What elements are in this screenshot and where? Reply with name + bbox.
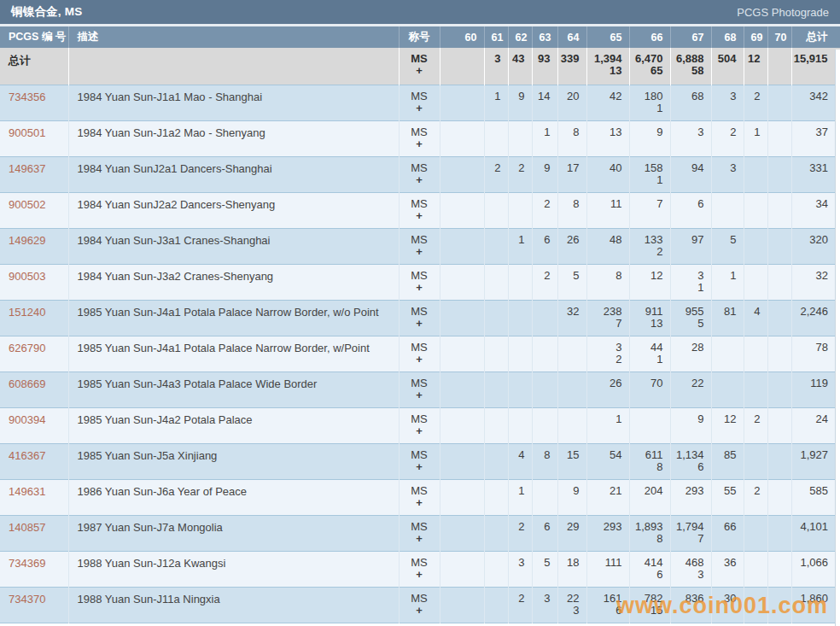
- value-line-1: 2: [744, 85, 767, 102]
- value-line-2: [744, 246, 767, 260]
- value-line-2: [630, 425, 670, 440]
- value-line-1: 66: [712, 516, 744, 533]
- pcgs-number-link[interactable]: 149631: [9, 485, 45, 498]
- col-header-grade-66[interactable]: 66: [629, 26, 670, 48]
- col-header-grade-64[interactable]: 64: [557, 26, 586, 48]
- pcgs-number-link[interactable]: 734356: [9, 91, 45, 103]
- grade-cell-70: [767, 372, 791, 407]
- value-line-1: 9: [671, 408, 711, 425]
- value-line-1: 3: [671, 121, 711, 138]
- value-line-1: [768, 444, 791, 461]
- col-header-grade-70[interactable]: 70: [767, 26, 791, 48]
- pcgs-number-link[interactable]: 608669: [9, 377, 45, 390]
- pcgs-number-link[interactable]: 900394: [9, 413, 45, 426]
- value-line-1: [768, 372, 791, 389]
- col-header-designation[interactable]: 称号: [399, 26, 440, 48]
- grade-cell-64: 17: [557, 156, 586, 192]
- value-line-1: [744, 157, 767, 174]
- value-line-1: 12: [630, 265, 670, 282]
- value-line-2: [792, 497, 840, 512]
- value-line-1: [768, 193, 791, 210]
- value-line-2: [440, 318, 484, 332]
- grade-cell-62: 2: [508, 156, 532, 192]
- grade-cell-67: 97: [670, 228, 711, 264]
- grade-cell-66: 91113: [629, 300, 670, 336]
- value-line-2: 13: [587, 65, 629, 79]
- value-line-1: 18: [558, 552, 586, 569]
- grade-cell-61: [484, 372, 508, 407]
- value-line-2: [792, 246, 840, 260]
- value-line-2: [485, 497, 508, 512]
- grade-cell-65: 11: [586, 192, 629, 228]
- table-row: 7343691988 Yuan Sun-J12a KwangsiMS+35181…: [0, 551, 840, 587]
- col-header-grade-63[interactable]: 63: [532, 26, 557, 48]
- col-header-grade-69[interactable]: 69: [744, 26, 767, 48]
- pcgs-number-cell: 734356: [0, 85, 68, 120]
- col-header-total[interactable]: 总计: [791, 26, 840, 48]
- value-line-2: 1: [630, 174, 670, 189]
- grade-cell-69: [744, 515, 767, 551]
- value-line-1: [485, 480, 508, 497]
- value-line-1: 7: [630, 193, 670, 210]
- pcgs-number-link[interactable]: 734369: [9, 557, 45, 570]
- value-line-1: 119: [792, 372, 840, 389]
- value-line-2: [587, 102, 629, 117]
- grade-cell-65: 54: [586, 443, 629, 479]
- col-header-grade-60[interactable]: 60: [440, 26, 484, 48]
- coin-description: 1988 Yuan Sun-J11a Ningxia: [68, 587, 399, 623]
- value-line-1: 8: [558, 193, 586, 210]
- pcgs-number-link[interactable]: 900501: [9, 126, 45, 139]
- grade-cell-63: 14: [532, 85, 557, 120]
- grade-cell-63: 9: [532, 156, 557, 192]
- coin-description: 1987 Yuan Sun-J7a Mongolia: [68, 515, 399, 551]
- grade-cell-64: 18: [557, 551, 586, 587]
- col-header-pcgs[interactable]: PCGS 编 号: [0, 26, 68, 48]
- col-header-grade-62[interactable]: 62: [508, 26, 532, 48]
- value-line-2: [485, 425, 508, 440]
- value-line-2: +: [400, 174, 440, 189]
- pcgs-number-link[interactable]: 900502: [9, 198, 45, 211]
- pcgs-number-link[interactable]: 140857: [9, 521, 45, 534]
- value-line-2: [744, 210, 767, 225]
- pcgs-number-link[interactable]: 151240: [9, 306, 45, 319]
- value-line-1: [533, 408, 557, 425]
- pcgs-number-link[interactable]: 149629: [9, 234, 45, 247]
- value-line-2: [768, 318, 791, 332]
- value-line-1: [440, 480, 484, 497]
- pcgs-number-link[interactable]: 149637: [9, 162, 45, 175]
- value-line-1: 70: [630, 372, 670, 389]
- grade-cell-62: 2: [508, 587, 532, 623]
- value-line-2: [485, 569, 508, 583]
- photograde-link[interactable]: PCGS Photograde: [737, 6, 829, 19]
- value-line-1: 320: [792, 229, 840, 246]
- value-line-1: 9: [558, 480, 586, 497]
- col-header-grade-61[interactable]: 61: [484, 26, 508, 48]
- value-line-1: [509, 193, 532, 210]
- value-line-2: [587, 425, 629, 440]
- pcgs-number-link[interactable]: 900503: [9, 270, 45, 283]
- table-row: 9005031984 Yuan Sun-J3a2 Cranes-Shenyang…: [0, 264, 840, 300]
- value-line-2: [509, 102, 532, 117]
- grade-cell-70: [767, 515, 791, 551]
- grade-cell-68: [711, 372, 744, 407]
- value-line-1: [533, 480, 557, 497]
- value-line-1: [558, 408, 586, 425]
- col-header-desc[interactable]: 描述: [68, 26, 399, 48]
- value-line-1: 9: [533, 157, 557, 174]
- grade-cell-69: 1: [744, 120, 767, 156]
- value-line-2: [792, 461, 840, 476]
- designation-cell: MS+: [399, 587, 440, 623]
- value-line-2: [630, 389, 670, 404]
- value-line-1: MS: [400, 301, 440, 318]
- col-header-grade-68[interactable]: 68: [711, 26, 744, 48]
- grade-cell-61: [484, 228, 508, 264]
- value-line-1: [485, 229, 508, 246]
- col-header-grade-65[interactable]: 65: [586, 26, 629, 48]
- pcgs-number-link[interactable]: 416367: [9, 449, 45, 462]
- col-header-grade-67[interactable]: 67: [670, 26, 711, 48]
- grade-cell-63: 6: [532, 228, 557, 264]
- designation-cell: MS+: [399, 300, 440, 336]
- pcgs-number-link[interactable]: 734370: [9, 593, 45, 606]
- value-line-2: [587, 497, 629, 512]
- pcgs-number-link[interactable]: 626790: [9, 342, 45, 354]
